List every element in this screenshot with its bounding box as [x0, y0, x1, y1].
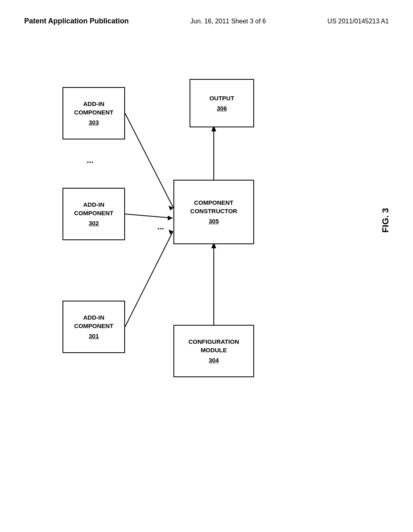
svg-line-8 — [125, 232, 173, 327]
constructor-number: 305 — [209, 217, 219, 225]
output-box: OUTPUT 306 — [190, 79, 254, 127]
figure-label: FIG. 3 — [380, 208, 391, 233]
addin-303-number: 303 — [89, 118, 99, 127]
publication-label: Patent Application Publication — [24, 16, 129, 26]
addin-301-label: ADD-INCOMPONENT — [74, 313, 114, 330]
svg-marker-9 — [169, 230, 173, 235]
component-constructor-box: COMPONENTCONSTRUCTOR 305 — [173, 180, 254, 244]
addin-302-number: 302 — [89, 219, 99, 227]
addin-303-label: ADD-INCOMPONENT — [74, 100, 114, 116]
configuration-module-box: CONFIGURATIONMODULE 304 — [173, 325, 254, 377]
svg-marker-7 — [168, 216, 173, 220]
ellipsis-center: ... — [157, 222, 164, 231]
addin-302-box: ADD-INCOMPONENT 302 — [63, 188, 125, 240]
addin-301-number: 301 — [89, 332, 99, 340]
constructor-label: COMPONENTCONSTRUCTOR — [190, 198, 237, 215]
svg-line-6 — [125, 214, 173, 218]
patent-number-label: US 2011/0145213 A1 — [327, 16, 389, 27]
svg-marker-5 — [169, 206, 173, 210]
config-label: CONFIGURATIONMODULE — [188, 337, 239, 354]
addin-302-label: ADD-INCOMPONENT — [74, 200, 114, 217]
date-sheet-label: Jun. 16, 2011 Sheet 3 of 6 — [190, 16, 266, 27]
output-label: OUTPUT — [209, 94, 234, 102]
addin-301-box: ADD-INCOMPONENT 301 — [63, 301, 125, 353]
output-number: 306 — [217, 104, 227, 112]
addin-303-box: ADD-INCOMPONENT 303 — [63, 87, 125, 139]
svg-line-4 — [125, 113, 173, 208]
page-header: Patent Application Publication Jun. 16, … — [0, 0, 413, 35]
ellipsis-left: ... — [87, 156, 94, 165]
diagram-area: OUTPUT 306 COMPONENTCONSTRUCTOR 305 CONF… — [0, 35, 413, 510]
config-number: 304 — [209, 356, 219, 364]
